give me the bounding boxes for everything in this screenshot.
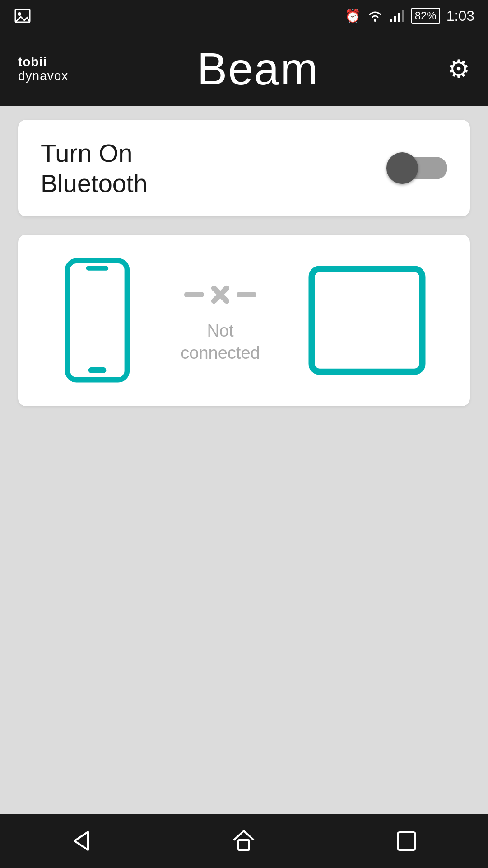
- main-content: Turn On Bluetooth: [0, 106, 488, 814]
- recent-button[interactable]: [389, 823, 425, 859]
- bluetooth-toggle[interactable]: [389, 154, 447, 183]
- x-connector: [184, 277, 256, 313]
- svg-rect-12: [321, 277, 413, 364]
- signal-icon: [390, 9, 405, 22]
- image-icon: [14, 7, 32, 25]
- phone-icon: [58, 257, 137, 384]
- app-bar: tobii dynavox Beam ⚙: [0, 32, 488, 106]
- svg-rect-9: [86, 266, 108, 271]
- svg-rect-4: [394, 16, 396, 22]
- bottom-nav: [0, 814, 488, 868]
- svg-point-2: [374, 19, 376, 22]
- logo: tobii dynavox: [18, 55, 68, 83]
- logo-dynavox: dynavox: [18, 69, 68, 83]
- recent-icon: [394, 829, 419, 854]
- svg-marker-13: [74, 832, 88, 850]
- svg-rect-15: [398, 832, 415, 850]
- home-icon: [230, 827, 257, 854]
- battery-level: 82%: [411, 8, 440, 24]
- tablet-icon: [304, 259, 430, 381]
- wifi-icon: [367, 9, 383, 23]
- svg-rect-3: [390, 19, 392, 22]
- phone-icon-wrapper: [58, 257, 137, 384]
- dash-right: [237, 292, 256, 297]
- svg-rect-5: [398, 13, 400, 22]
- home-button[interactable]: [226, 823, 262, 859]
- not-connected-text: Not connected: [181, 320, 260, 365]
- svg-point-1: [18, 12, 21, 16]
- connection-card: Not connected: [18, 235, 470, 406]
- svg-rect-14: [238, 840, 249, 850]
- alarm-icon: ⏰: [345, 9, 361, 23]
- svg-rect-6: [402, 10, 404, 22]
- dash-left: [184, 292, 204, 297]
- bluetooth-card: Turn On Bluetooth: [18, 120, 470, 216]
- toggle-thumb: [386, 152, 418, 184]
- status-bar-right: ⏰ 82% 1:03: [345, 8, 474, 24]
- svg-rect-8: [74, 276, 121, 358]
- app-title: Beam: [197, 43, 319, 95]
- logo-tobii: tobii: [18, 55, 68, 69]
- back-button[interactable]: [63, 823, 99, 859]
- settings-button[interactable]: ⚙: [447, 54, 470, 84]
- status-time: 1:03: [446, 8, 474, 24]
- connection-visual: Not connected: [36, 257, 452, 384]
- svg-rect-10: [88, 367, 107, 373]
- status-bar-left: [14, 7, 32, 25]
- bluetooth-label: Turn On Bluetooth: [41, 138, 148, 198]
- status-bar: ⏰ 82% 1:03: [0, 0, 488, 32]
- not-connected-area: Not connected: [181, 277, 260, 365]
- back-icon: [68, 827, 95, 854]
- x-mark: [209, 283, 232, 306]
